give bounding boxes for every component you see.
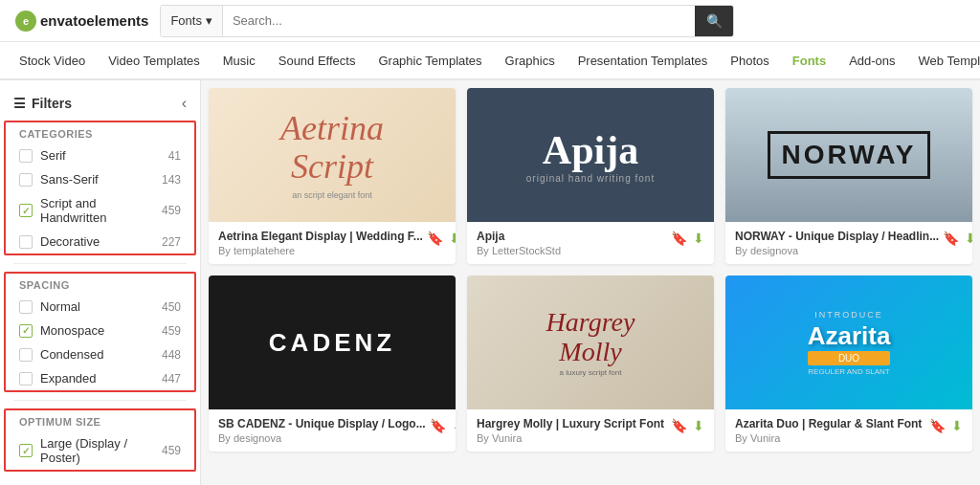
optimum-label: Optimum Size <box>6 410 194 431</box>
filter-script[interactable]: Script and Handwritten 459 <box>6 191 194 230</box>
card-text-cadenz: SB CADENZ - Unique Display / Logo... By … <box>218 417 426 444</box>
card-title-cadenz: SB CADENZ - Unique Display / Logo... <box>218 417 426 430</box>
card-text-azarita: Azarita Duo | Regular & Slant Font By Vu… <box>735 417 925 444</box>
filter-decorative[interactable]: Decorative 227 <box>6 230 194 254</box>
logo[interactable]: e envatoelements <box>15 11 148 32</box>
main-layout: ☰ Filters ‹ Categories Serif 41 Sans-Ser… <box>0 80 980 485</box>
large-display-label: Large (Display / Poster) <box>40 436 154 465</box>
download-button-azarita[interactable]: ⬇ <box>951 419 963 432</box>
search-category-dropdown[interactable]: Fonts ▾ <box>161 6 223 36</box>
font-card-hargray[interactable]: HargreyMolly a luxury script font Hargre… <box>467 276 714 452</box>
card-thumb-aetrina: AetrinaScript an script elegant font <box>209 88 456 222</box>
collapse-sidebar-button[interactable]: ‹ <box>182 96 187 111</box>
download-button-cadenz[interactable]: ⬇ <box>452 419 456 432</box>
apija-visual: Apija original hand writing font <box>526 127 655 184</box>
font-card-norway[interactable]: NORWAY NORWAY - Unique Display / Headlin… <box>725 88 972 264</box>
decorative-label: Decorative <box>40 234 154 249</box>
bookmark-button-norway[interactable]: 🔖 <box>943 231 959 245</box>
nav-item-graphic-templates[interactable]: Graphic Templates <box>367 42 493 80</box>
nav-item-photos[interactable]: Photos <box>719 42 780 80</box>
filter-condensed[interactable]: Condensed 448 <box>6 342 194 366</box>
script-label: Script and Handwritten <box>40 196 154 225</box>
expanded-count: 447 <box>162 372 181 386</box>
decorative-checkbox[interactable] <box>19 235 33 249</box>
card-actions-aetrina: 🔖 ⬇ <box>427 231 456 245</box>
sidebar-title: ☰ Filters <box>13 96 72 111</box>
bookmark-button-aetrina[interactable]: 🔖 <box>427 231 443 245</box>
divider-1 <box>13 263 187 264</box>
nav-item-addons[interactable]: Add-ons <box>837 42 906 80</box>
sidebar: ☰ Filters ‹ Categories Serif 41 Sans-Ser… <box>0 80 201 485</box>
logo-icon: e <box>15 11 36 32</box>
norway-visual: NORWAY <box>768 131 931 179</box>
search-button[interactable]: 🔍 <box>695 6 733 36</box>
large-display-count: 459 <box>162 444 181 457</box>
normal-checkbox[interactable] <box>19 300 33 314</box>
condensed-checkbox[interactable] <box>19 348 33 362</box>
filter-expanded[interactable]: Expanded 447 <box>6 366 194 390</box>
filter-serif[interactable]: Serif 41 <box>6 143 194 167</box>
bookmark-button-hargray[interactable]: 🔖 <box>671 419 687 432</box>
bookmark-button-azarita[interactable]: 🔖 <box>929 419 946 432</box>
card-text-aetrina: Aetrina Elegant Display | Wedding F... B… <box>218 230 423 256</box>
serif-checkbox[interactable] <box>19 149 33 163</box>
script-count: 459 <box>162 204 181 217</box>
card-actions-azarita: 🔖 ⬇ <box>929 419 963 432</box>
font-card-azarita[interactable]: INTRODUCE Azarita DUO REGULER AND SLANT … <box>725 276 972 452</box>
card-text-norway: NORWAY - Unique Display / Headlin... By … <box>735 230 939 256</box>
sans-serif-label: Sans-Serif <box>40 172 154 187</box>
card-info-aetrina: Aetrina Elegant Display | Wedding F... B… <box>209 222 456 264</box>
serif-label: Serif <box>40 148 161 163</box>
card-actions-cadenz: 🔖 ⬇ <box>430 419 456 432</box>
font-card-apija[interactable]: Apija original hand writing font Apija B… <box>467 88 714 264</box>
bookmark-button-apija[interactable]: 🔖 <box>671 231 687 245</box>
monospace-checkbox[interactable] <box>19 324 33 338</box>
nav-item-sound-effects[interactable]: Sound Effects <box>267 42 368 80</box>
download-button-aetrina[interactable]: ⬇ <box>449 231 456 245</box>
download-button-norway[interactable]: ⬇ <box>965 231 972 245</box>
hargray-visual: HargreyMolly a luxury script font <box>546 308 635 378</box>
cadenz-visual: CADENZ <box>269 328 395 358</box>
aetrina-visual: AetrinaScript an script elegant font <box>280 110 384 199</box>
search-category-label: Fonts <box>170 13 202 28</box>
bookmark-button-cadenz[interactable]: 🔖 <box>430 419 446 432</box>
large-display-checkbox[interactable] <box>19 444 33 457</box>
filter-large-display[interactable]: Large (Display / Poster) 459 <box>6 431 194 470</box>
card-thumb-hargray: HargreyMolly a luxury script font <box>467 276 714 409</box>
nav-item-stock-video[interactable]: Stock Video <box>8 42 97 80</box>
card-author-apija: By LetterStockStd <box>477 245 667 256</box>
expanded-checkbox[interactable] <box>19 372 33 386</box>
font-card-aetrina[interactable]: AetrinaScript an script elegant font Aet… <box>209 88 456 264</box>
card-info-apija: Apija By LetterStockStd 🔖 ⬇ <box>467 222 714 264</box>
card-title-aetrina: Aetrina Elegant Display | Wedding F... <box>218 230 423 243</box>
sans-serif-checkbox[interactable] <box>19 173 33 187</box>
nav-item-music[interactable]: Music <box>212 42 267 80</box>
filter-monospace[interactable]: Monospace 459 <box>6 319 194 342</box>
decorative-count: 227 <box>162 235 181 249</box>
card-author-azarita: By Vunira <box>735 432 925 444</box>
nav-item-fonts[interactable]: Fonts <box>781 42 837 80</box>
card-actions-apija: 🔖 ⬇ <box>671 231 704 245</box>
card-author-cadenz: By designova <box>218 432 426 444</box>
nav-item-web-templates[interactable]: Web Templates <box>907 42 980 80</box>
font-card-cadenz[interactable]: CADENZ SB CADENZ - Unique Display / Logo… <box>209 276 456 452</box>
nav-item-presentation-templates[interactable]: Presentation Templates <box>567 42 720 80</box>
filter-sans-serif[interactable]: Sans-Serif 143 <box>6 167 194 191</box>
monospace-label: Monospace <box>40 323 154 338</box>
categories-section: Categories Serif 41 Sans-Serif 143 Scrip… <box>4 121 196 255</box>
search-icon: 🔍 <box>706 13 723 29</box>
card-text-hargray: Hargrey Molly | Luxury Script Font By Vu… <box>477 417 667 444</box>
filter-icon: ☰ <box>13 96 26 111</box>
search-input[interactable] <box>223 6 695 36</box>
download-button-apija[interactable]: ⬇ <box>693 231 704 245</box>
content-area: AetrinaScript an script elegant font Aet… <box>201 80 980 485</box>
spacing-section: Spacing Normal 450 Monospace 459 Condens… <box>4 272 196 392</box>
card-title-azarita: Azarita Duo | Regular & Slant Font <box>735 417 925 430</box>
nav-item-video-templates[interactable]: Video Templates <box>97 42 212 80</box>
filter-normal[interactable]: Normal 450 <box>6 295 194 319</box>
card-title-hargray: Hargrey Molly | Luxury Script Font <box>477 417 667 430</box>
download-button-hargray[interactable]: ⬇ <box>693 419 704 432</box>
nav-item-graphics[interactable]: Graphics <box>494 42 567 80</box>
script-checkbox[interactable] <box>19 204 33 217</box>
condensed-count: 448 <box>162 348 181 362</box>
